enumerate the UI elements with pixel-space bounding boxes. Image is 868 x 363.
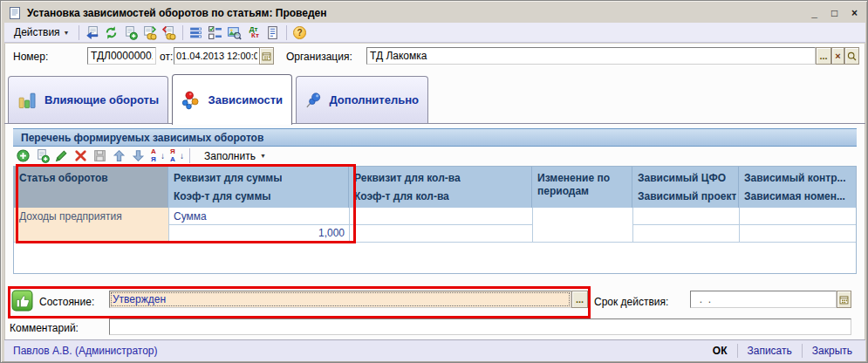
date-label: от: <box>160 51 173 63</box>
status-bar: Павлов А.В. (Администратор) ОК Записать … <box>4 339 865 361</box>
calendar-icon <box>261 51 272 62</box>
ok-button[interactable]: ОК <box>703 344 737 359</box>
sort-ascending-button[interactable]: А Я ↓ <box>147 147 167 164</box>
actions-menu-button[interactable]: Действия ▼ <box>9 24 75 41</box>
delete-row-button[interactable] <box>71 147 90 164</box>
toolbar-separator <box>286 25 287 40</box>
document-window: Установка зависимостей оборотов по стать… <box>0 0 868 363</box>
status-user: Павлов А.В. (Администратор) <box>13 345 158 357</box>
column-header-period-change[interactable]: Изменение по периодам <box>532 167 632 208</box>
column-title: Зависимая номен... <box>744 190 845 202</box>
organization-input[interactable] <box>366 47 816 65</box>
structure-button[interactable] <box>187 24 206 41</box>
tab-additional[interactable]: Дополнительно <box>296 76 428 123</box>
checklist-icon <box>208 25 222 40</box>
report-button[interactable] <box>263 24 283 41</box>
sort-descending-button[interactable]: Я А ↓ <box>167 147 186 164</box>
preview-button[interactable] <box>225 24 244 41</box>
toolbar-separator <box>79 25 79 40</box>
tab-label: Зависимости <box>208 93 283 106</box>
grid-line <box>14 242 856 243</box>
column-title: Коэф-т для кол-ва <box>354 190 449 202</box>
toolbar-separator <box>182 25 183 40</box>
cell-sum-coef[interactable]: 1,000 <box>174 227 345 239</box>
fill-menu-button[interactable]: Заполнить ▼ <box>198 147 272 164</box>
report-icon <box>265 25 280 40</box>
maximize-button[interactable]: □ <box>828 6 841 19</box>
state-select-button[interactable]: ... <box>571 291 588 308</box>
number-label: Номер: <box>13 51 48 63</box>
window-controls: _ □ × <box>808 6 861 19</box>
dropdown-arrow-icon: ▼ <box>64 30 70 36</box>
dtkt-icon: Дт Кт <box>248 26 259 38</box>
end-edit-button[interactable] <box>90 147 109 164</box>
grid-line <box>168 224 349 225</box>
post-button[interactable] <box>140 24 160 41</box>
calendar-icon <box>838 294 850 305</box>
fill-label: Заполнить <box>204 150 256 162</box>
tab-influencing-turnovers[interactable]: Влияющие обороты <box>8 76 168 123</box>
column-header-sum-requisite[interactable]: Реквизит для суммы Коэф-т для суммы <box>168 167 349 208</box>
grid-line <box>349 224 532 225</box>
column-header-dependent-cfo[interactable]: Зависимый ЦФО Зависимый проект <box>632 167 739 208</box>
tab-dependencies[interactable]: Зависимости <box>172 74 292 125</box>
window-title: Установка зависимостей оборотов по стать… <box>27 7 327 19</box>
organization-clear-button[interactable]: × <box>831 47 844 65</box>
copy-icon <box>123 25 138 40</box>
dtkt-button[interactable]: Дт Кт <box>244 24 263 41</box>
edit-row-button[interactable] <box>51 147 71 164</box>
toolbar-separator <box>189 148 190 163</box>
pushpin-icon <box>305 86 322 114</box>
grid-line <box>632 224 739 225</box>
post-icon <box>142 25 157 40</box>
move-up-button[interactable] <box>109 147 128 164</box>
column-title: Зависимый ЦФО <box>638 172 726 184</box>
sort-arrow: ↓ <box>161 151 165 161</box>
state-input[interactable] <box>109 291 571 308</box>
unpost-icon <box>161 25 176 40</box>
sort-letter-bottom: Я <box>151 156 156 163</box>
dropdown-arrow-icon: ▼ <box>260 153 266 159</box>
state-status-button[interactable] <box>10 289 33 312</box>
minimize-button[interactable]: _ <box>808 6 821 19</box>
help-icon: ? <box>293 26 306 39</box>
organization-open-button[interactable] <box>844 47 859 65</box>
validity-input[interactable] <box>690 291 837 308</box>
move-down-button[interactable] <box>128 147 147 164</box>
column-title: Зависимый проект <box>638 190 736 202</box>
thumbs-up-icon <box>11 290 33 312</box>
save-button[interactable] <box>83 24 102 41</box>
number-input[interactable] <box>87 47 156 65</box>
copy-button[interactable] <box>121 24 140 41</box>
cell-sum-requisite[interactable]: Сумма <box>174 210 345 223</box>
column-header-article[interactable]: Статья оборотов <box>14 167 168 208</box>
validity-calendar-button[interactable] <box>837 291 851 308</box>
title-bar: Установка зависимостей оборотов по стать… <box>3 3 866 22</box>
add-row-button[interactable] <box>13 147 32 164</box>
copy-row-button[interactable] <box>32 147 51 164</box>
help-button[interactable]: ? <box>290 24 310 41</box>
unpost-button[interactable] <box>160 24 179 41</box>
sort-letter-top: Я <box>170 148 175 155</box>
organization-select-button[interactable]: ... <box>816 47 831 65</box>
column-header-dependent-contractor[interactable]: Зависимый контр... Зависимая номен... <box>739 167 856 208</box>
date-input[interactable] <box>174 47 260 65</box>
comment-label: Комментарий: <box>10 322 79 334</box>
column-title: Статья оборотов <box>19 172 108 184</box>
close-button[interactable]: × <box>848 6 861 19</box>
end-edit-disabled-icon <box>92 148 107 163</box>
document-icon <box>8 6 22 20</box>
cell-article[interactable]: Доходы предприятия <box>14 208 168 242</box>
status-buttons: ОК Записать Закрыть <box>703 340 862 361</box>
checklist-button[interactable] <box>206 24 225 41</box>
date-calendar-button[interactable] <box>259 47 274 65</box>
column-header-qty-requisite[interactable]: Реквизит для кол-ва Коэф-т для кол-ва <box>349 167 532 208</box>
molecule-icon <box>181 86 202 114</box>
arrow-down-icon <box>131 148 146 163</box>
actions-label: Действия <box>14 26 60 38</box>
magnifier-icon <box>846 51 858 62</box>
write-button[interactable]: Записать <box>738 344 802 359</box>
comment-input[interactable] <box>109 318 851 335</box>
refresh-button[interactable] <box>102 24 121 41</box>
close-form-button[interactable]: Закрыть <box>803 344 862 359</box>
